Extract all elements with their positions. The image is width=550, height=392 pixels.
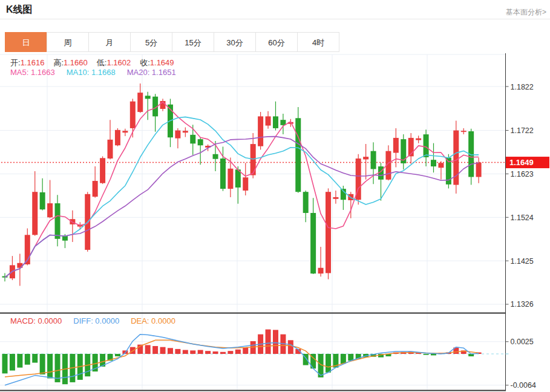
ma-item-1: MA10: 1.1668 bbox=[67, 68, 116, 77]
svg-text:1.1524: 1.1524 bbox=[511, 214, 534, 222]
tab-30min[interactable]: 30分 bbox=[214, 32, 256, 52]
tab-month[interactable]: 月 bbox=[88, 32, 131, 52]
tab-5min[interactable]: 5分 bbox=[130, 32, 172, 52]
ma20-line bbox=[5, 137, 479, 278]
kline-page: K线图 基本面分析> 日周月5分15分30分60分4时 1.18221.1722… bbox=[0, 0, 550, 392]
ohlc-item-2: 低:1.1602 bbox=[97, 58, 131, 67]
candles-layer bbox=[2, 83, 482, 286]
macd-item-1: DIFF: 0.0000 bbox=[73, 316, 119, 325]
gridlines bbox=[0, 54, 505, 390]
svg-text:-0.0064: -0.0064 bbox=[511, 381, 536, 390]
ma-item-0: MA5: 1.1663 bbox=[10, 68, 55, 77]
tab-60min[interactable]: 60分 bbox=[255, 32, 298, 52]
macd-item-0: MACD: 0.0000 bbox=[10, 316, 62, 325]
ma-item-2: MA20: 1.1651 bbox=[127, 68, 176, 77]
dea-line bbox=[5, 340, 479, 377]
ohlc-legend: 开:1.1616高:1.1660低:1.1602收:1.1649 bbox=[10, 57, 183, 68]
tab-week[interactable]: 周 bbox=[47, 32, 89, 52]
ma5-line bbox=[5, 102, 479, 278]
svg-text:1.1722: 1.1722 bbox=[511, 126, 534, 135]
svg-text:1.1649: 1.1649 bbox=[509, 158, 534, 167]
ma10-line bbox=[5, 117, 479, 277]
ohlc-item-3: 收:1.1649 bbox=[140, 58, 174, 67]
tab-day[interactable]: 日 bbox=[5, 32, 47, 52]
tab-4hour[interactable]: 4时 bbox=[297, 32, 339, 52]
ohlc-item-1: 高:1.1660 bbox=[53, 58, 87, 67]
ma-legend: MA5: 1.1663MA10: 1.1668MA20: 1.1651 bbox=[10, 68, 188, 77]
price-axis: 1.18221.17221.16231.15241.14251.13260.00… bbox=[506, 83, 536, 390]
svg-text:0.0025: 0.0025 bbox=[511, 338, 534, 346]
last-price-badge: 1.1649 bbox=[506, 157, 549, 168]
period-tabs: 日周月5分15分30分60分4时 bbox=[5, 32, 339, 52]
tab-15min[interactable]: 15分 bbox=[172, 32, 214, 52]
macd-item-2: DEA: 0.0000 bbox=[131, 316, 175, 325]
svg-text:1.1822: 1.1822 bbox=[511, 83, 534, 91]
macd-legend: MACD: 0.0000DIFF: 0.0000DEA: 0.0000 bbox=[10, 316, 187, 325]
svg-text:1.1623: 1.1623 bbox=[511, 170, 534, 178]
ohlc-item-0: 开:1.1616 bbox=[10, 58, 44, 67]
svg-text:1.1326: 1.1326 bbox=[511, 300, 534, 309]
chart-frame bbox=[0, 53, 506, 391]
svg-text:1.1425: 1.1425 bbox=[511, 257, 534, 266]
